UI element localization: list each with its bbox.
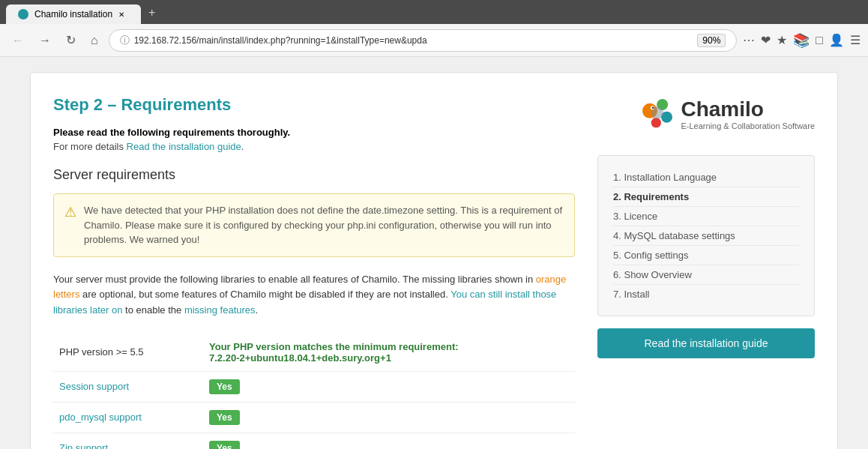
yes-badge-zip: Yes (209, 441, 240, 449)
zip-link[interactable]: Zip (59, 442, 73, 449)
forward-button[interactable]: → (34, 31, 55, 50)
tab-title: Chamilo installation (34, 9, 112, 19)
browser-nav-right: ⋯ ❤ ★ 📚 □ 👤 ☰ (743, 32, 861, 49)
tab-favicon (18, 9, 28, 19)
security-icon: ⓘ (120, 34, 130, 47)
step-num-2: 2. (613, 191, 624, 202)
description-text: Your server must provide the following l… (53, 272, 575, 319)
active-tab[interactable]: Chamilo installation ✕ (6, 4, 141, 24)
steps-navigation: 1. Installation Language 2. Requirements… (597, 155, 815, 316)
tab-close-button[interactable]: ✕ (118, 10, 124, 19)
step-num-7: 7. (613, 289, 624, 300)
step-label-6: Show Overview (624, 269, 691, 280)
req-label-pdo: pdo_mysql support (53, 402, 203, 433)
warning-message: We have detected that your PHP installat… (84, 203, 564, 247)
warning-icon: ⚠ (64, 204, 76, 220)
pocket-icon[interactable]: ❤ (761, 33, 771, 47)
back-button[interactable]: ← (7, 31, 28, 50)
content-box: Step 2 – Requirements Please read the fo… (30, 72, 838, 449)
step-item-1: 1. Installation Language (613, 168, 799, 187)
logo-text-area: Chamilo E-Learning & Collaboration Softw… (681, 97, 815, 130)
bookmark-icon[interactable]: ★ (777, 33, 787, 47)
address-bar[interactable]: ⓘ 192.168.72.156/main/install/index.php?… (109, 29, 738, 52)
step-item-7: 7. Install (613, 285, 799, 304)
warning-box: ⚠ We have detected that your PHP install… (53, 193, 575, 257)
read-guide-button[interactable]: Read the installation guide (597, 328, 815, 358)
step-item-4: 4. MySQL database settings (613, 226, 799, 246)
logo-name: Chamilo (681, 97, 763, 121)
account-icon[interactable]: 👤 (829, 33, 844, 47)
browser-nav-bar: ← → ↻ ⌂ ⓘ 192.168.72.156/main/install/in… (0, 24, 868, 57)
req-label-zip: Zip support (53, 433, 203, 449)
pdo-link[interactable]: pdo_mysql (59, 412, 106, 423)
sidebar-toggle[interactable]: □ (816, 34, 823, 47)
zoom-level: 90% (697, 34, 726, 47)
step-item-2: 2. Requirements (613, 187, 799, 207)
logo-tagline: E-Learning & Collaboration Software (681, 121, 815, 130)
step-title: Step 2 – Requirements (53, 95, 575, 115)
installation-guide-link[interactable]: Read the installation guide (127, 141, 241, 152)
table-row: Session support Yes (53, 371, 575, 402)
svg-point-6 (652, 106, 654, 109)
step-num-4: 4. (613, 230, 624, 241)
php-version-match: Your PHP version matches the minimum req… (209, 341, 459, 364)
yes-badge-pdo: Yes (209, 410, 240, 425)
step-item-5: 5. Config settings (613, 246, 799, 265)
step-item-3: 3. Licence (613, 207, 799, 226)
req-value-zip: Yes (203, 433, 575, 449)
req-label-session: Session support (53, 371, 203, 402)
menu-button[interactable]: ☰ (850, 33, 861, 47)
page-wrapper: Step 2 – Requirements Please read the fo… (0, 57, 868, 449)
step-num-6: 6. (613, 269, 624, 280)
read-note: For more details Read the installation g… (53, 141, 575, 152)
table-row: PHP version >= 5.5 Your PHP version matc… (53, 334, 575, 372)
step-label-5: Config settings (624, 250, 688, 261)
step-label-1: Installation Language (624, 172, 717, 183)
step-num-3: 3. (613, 211, 624, 222)
step-num-1: 1. (613, 172, 624, 183)
req-value-session: Yes (203, 371, 575, 402)
svg-point-3 (651, 118, 661, 127)
step-label-7: Install (624, 289, 649, 300)
read-carefully-text: Please read the following requirements t… (53, 127, 575, 138)
sidebar: Chamilo E-Learning & Collaboration Softw… (597, 95, 815, 449)
step-label-2: Requirements (624, 191, 689, 202)
reload-button[interactable]: ↻ (61, 30, 80, 50)
main-content: Step 2 – Requirements Please read the fo… (53, 95, 575, 449)
step-num-5: 5. (613, 250, 624, 261)
table-row: Zip support Yes (53, 433, 575, 449)
tab-bar: Chamilo installation ✕ + (0, 0, 868, 24)
session-link[interactable]: Session (59, 381, 94, 392)
step-item-6: 6. Show Overview (613, 265, 799, 285)
url-text: 192.168.72.156/main/install/index.php?ru… (134, 35, 693, 46)
req-value-pdo: Yes (203, 402, 575, 433)
home-button[interactable]: ⌂ (86, 31, 103, 50)
server-requirements-title: Server requirements (53, 167, 575, 183)
chamilo-logo-icon (639, 95, 676, 133)
yes-badge-session: Yes (209, 379, 240, 394)
table-row: pdo_mysql support Yes (53, 402, 575, 433)
more-button[interactable]: ⋯ (743, 33, 755, 47)
step-label-4: MySQL database settings (624, 230, 735, 241)
req-value-php: Your PHP version matches the minimum req… (203, 334, 575, 372)
req-label-php: PHP version >= 5.5 (53, 334, 203, 372)
chamilo-logo: Chamilo E-Learning & Collaboration Softw… (597, 95, 815, 133)
step-label-3: Licence (624, 211, 657, 222)
library-icon[interactable]: 📚 (793, 32, 810, 49)
logo-area: Chamilo E-Learning & Collaboration Softw… (597, 95, 815, 140)
new-tab-button[interactable]: + (141, 1, 163, 24)
steps-list: 1. Installation Language 2. Requirements… (613, 168, 799, 304)
requirements-table: PHP version >= 5.5 Your PHP version matc… (53, 334, 575, 449)
